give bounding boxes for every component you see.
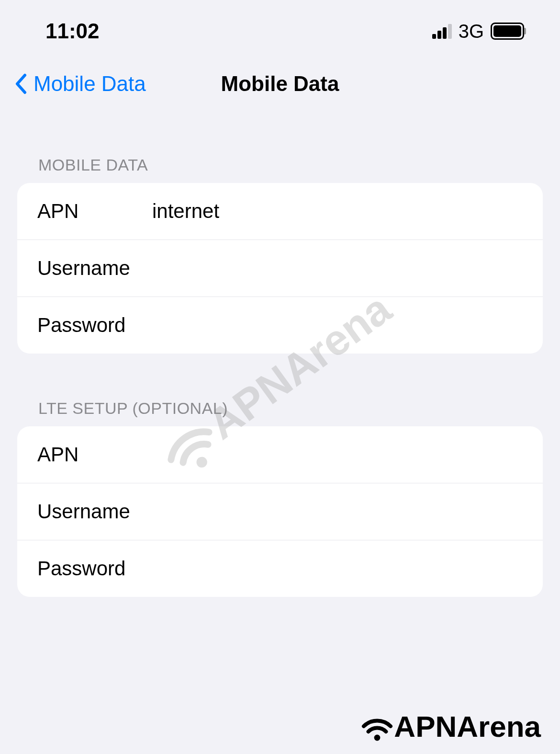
input-apn[interactable] [152,200,523,223]
section-header-mobile-data: MOBILE DATA [0,110,560,183]
row-lte-username[interactable]: Username [17,483,543,540]
form-group-lte: APN Username Password [17,426,543,597]
signal-icon [432,24,452,39]
input-lte-username[interactable] [152,500,523,523]
label-lte-username: Username [37,500,152,523]
battery-icon [491,23,524,40]
form-group-mobile-data: APN Username Password [17,183,543,354]
status-time: 11:02 [45,19,100,43]
row-apn[interactable]: APN [17,183,543,240]
page-title: Mobile Data [221,72,339,96]
label-apn: APN [37,200,152,223]
section-header-lte: LTE SETUP (OPTIONAL) [0,354,560,426]
row-lte-apn[interactable]: APN [17,426,543,483]
label-lte-apn: APN [37,443,152,466]
chevron-left-icon [14,73,28,94]
back-button[interactable]: Mobile Data [10,72,146,96]
navigation-bar: Mobile Data Mobile Data [0,53,560,110]
svg-point-1 [374,735,381,741]
input-lte-password[interactable] [152,557,523,580]
input-username[interactable] [152,257,523,280]
status-indicators: 3G [432,21,524,42]
input-lte-apn[interactable] [152,443,523,466]
status-bar: 11:02 3G [0,0,560,53]
watermark-text: APNArena [394,709,541,743]
row-lte-password[interactable]: Password [17,540,543,597]
watermark-bottom: APNArena [358,707,541,745]
label-lte-password: Password [37,557,152,580]
row-password[interactable]: Password [17,297,543,354]
label-username: Username [37,257,152,280]
input-password[interactable] [152,314,523,337]
back-label: Mobile Data [34,72,146,96]
label-password: Password [37,314,152,337]
wifi-icon [358,707,396,745]
network-type: 3G [459,21,484,42]
row-username[interactable]: Username [17,240,543,297]
